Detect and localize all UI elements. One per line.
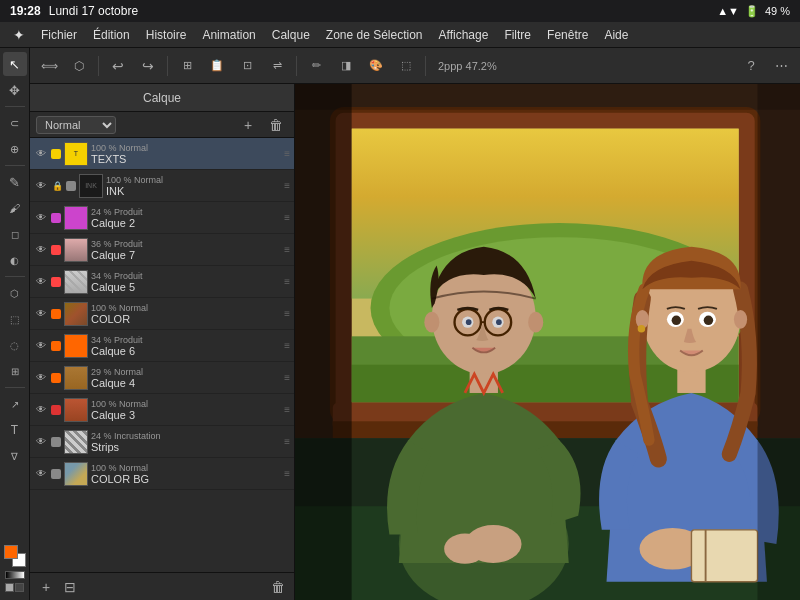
tool-select[interactable]: ↖: [3, 52, 27, 76]
layer-eye-icon[interactable]: 👁: [34, 371, 48, 385]
layer-menu-icon[interactable]: ≡: [284, 468, 290, 479]
tool-pen[interactable]: ✎: [3, 170, 27, 194]
layer-eye-icon[interactable]: 👁: [34, 211, 48, 225]
tool-gradient[interactable]: ↗: [3, 392, 27, 416]
add-layer-button[interactable]: +: [36, 577, 56, 597]
layer-eye-icon[interactable]: 👁: [34, 243, 48, 257]
layer-row[interactable]: 👁 34 % Produit Calque 6 ≡: [30, 330, 294, 362]
tool-ellipse[interactable]: ◌: [3, 333, 27, 357]
layer-menu-icon[interactable]: ≡: [284, 244, 290, 255]
gray-swatch[interactable]: [5, 583, 14, 592]
layer-row[interactable]: 👁 34 % Produit Calque 5 ≡: [30, 266, 294, 298]
tool-divider-2: [5, 165, 25, 166]
tool-crop[interactable]: ⊕: [3, 137, 27, 161]
redo-button[interactable]: ↪: [135, 53, 161, 79]
layer-thumbnail: [64, 462, 88, 486]
tool-move[interactable]: ✥: [3, 78, 27, 102]
copy-button[interactable]: ⊞: [174, 53, 200, 79]
layer-name: Calque 2: [91, 217, 281, 229]
layer-row[interactable]: 👁 T 100 % Normal TEXTS ≡: [30, 138, 294, 170]
layer-menu-icon[interactable]: ≡: [284, 404, 290, 415]
shape-tool[interactable]: ⬚: [393, 53, 419, 79]
tool-text[interactable]: T: [3, 418, 27, 442]
layer-row[interactable]: 👁 100 % Normal COLOR ≡: [30, 298, 294, 330]
layer-menu-icon[interactable]: ≡: [284, 372, 290, 383]
layer-name: Calque 3: [91, 409, 281, 421]
menu-affichage[interactable]: Affichage: [432, 26, 496, 44]
layer-menu-icon[interactable]: ≡: [284, 180, 290, 191]
layer-info: 100 % Normal TEXTS: [91, 143, 281, 165]
layer-info: 29 % Normal Calque 4: [91, 367, 281, 389]
foreground-color-swatch[interactable]: [4, 545, 18, 559]
fill-button[interactable]: ◨: [333, 53, 359, 79]
delete-layer-button[interactable]: 🗑: [268, 577, 288, 597]
layer-eye-icon[interactable]: 👁: [34, 147, 48, 161]
paste-button[interactable]: 📋: [204, 53, 230, 79]
gradient-swatch[interactable]: [5, 571, 25, 579]
layer-color-indicator: [51, 373, 61, 383]
tool-fill[interactable]: ◐: [3, 248, 27, 272]
canvas-area[interactable]: [295, 84, 800, 600]
layer-row[interactable]: 👁 29 % Normal Calque 4 ≡: [30, 362, 294, 394]
layer-eye-icon[interactable]: 👁: [34, 179, 48, 193]
tool-shape[interactable]: ⬡: [3, 281, 27, 305]
dark-swatch[interactable]: [15, 583, 24, 592]
more-options[interactable]: ⋯: [768, 53, 794, 79]
tool-grid[interactable]: ⊞: [3, 359, 27, 383]
tool-stamp[interactable]: ∇: [3, 444, 27, 468]
menu-filtre[interactable]: Filtre: [497, 26, 538, 44]
help-button[interactable]: ?: [738, 53, 764, 79]
flip-button[interactable]: ⇌: [264, 53, 290, 79]
layer-row[interactable]: 👁 24 % Incrustation Strips ≡: [30, 426, 294, 458]
layer-mode-pct: 29 % Normal: [91, 367, 281, 377]
layer-eye-icon[interactable]: 👁: [34, 467, 48, 481]
layer-info: 36 % Produit Calque 7: [91, 239, 281, 261]
menu-fenetre[interactable]: Fenêtre: [540, 26, 595, 44]
layer-menu-icon[interactable]: ≡: [284, 276, 290, 287]
layer-mode-pct: 24 % Produit: [91, 207, 281, 217]
layer-eye-icon[interactable]: 👁: [34, 435, 48, 449]
layer-add-button[interactable]: +: [236, 113, 260, 137]
layer-color-indicator: [51, 277, 61, 287]
layer-lock-icon[interactable]: 🔒: [51, 180, 63, 192]
layer-menu-icon[interactable]: ≡: [284, 436, 290, 447]
menu-selection[interactable]: Zone de Sélection: [319, 26, 430, 44]
stroke-button[interactable]: ✏: [303, 53, 329, 79]
layer-menu-icon[interactable]: ≡: [284, 340, 290, 351]
layer-menu-icon[interactable]: ≡: [284, 148, 290, 159]
layer-menu-icon[interactable]: ≡: [284, 308, 290, 319]
layer-row[interactable]: 👁 24 % Produit Calque 2 ≡: [30, 202, 294, 234]
menu-aide[interactable]: Aide: [597, 26, 635, 44]
layer-row[interactable]: 👁 100 % Normal COLOR BG ≡: [30, 458, 294, 490]
tool-symmetry[interactable]: ⟺: [36, 53, 62, 79]
layer-row[interactable]: 👁 36 % Produit Calque 7 ≡: [30, 234, 294, 266]
layer-color-indicator: [66, 181, 76, 191]
layer-delete-button[interactable]: 🗑: [264, 113, 288, 137]
layer-name: COLOR BG: [91, 473, 281, 485]
layer-info: 24 % Incrustation Strips: [91, 431, 281, 453]
tool-rect[interactable]: ⬚: [3, 307, 27, 331]
group-layers-button[interactable]: ⊟: [60, 577, 80, 597]
tool-lasso[interactable]: ⊂: [3, 111, 27, 135]
tool-eraser[interactable]: ◻: [3, 222, 27, 246]
layer-eye-icon[interactable]: 👁: [34, 339, 48, 353]
tool-brush[interactable]: 🖌: [3, 196, 27, 220]
menu-animation[interactable]: Animation: [195, 26, 262, 44]
battery-level: 49 %: [765, 5, 790, 17]
blend-mode-select[interactable]: Normal Produit Incrustation: [36, 116, 116, 134]
arrange-button[interactable]: ⊡: [234, 53, 260, 79]
undo-button[interactable]: ↩: [105, 53, 131, 79]
layer-eye-icon[interactable]: 👁: [34, 307, 48, 321]
menu-calque[interactable]: Calque: [265, 26, 317, 44]
layer-eye-icon[interactable]: 👁: [34, 403, 48, 417]
menu-edition[interactable]: Édition: [86, 26, 137, 44]
menu-histoire[interactable]: Histoire: [139, 26, 194, 44]
layer-eye-icon[interactable]: 👁: [34, 275, 48, 289]
tool-transform[interactable]: ⬡: [66, 53, 92, 79]
layer-row[interactable]: 👁 100 % Normal Calque 3 ≡: [30, 394, 294, 426]
layer-menu-icon[interactable]: ≡: [284, 212, 290, 223]
color-button[interactable]: 🎨: [363, 53, 389, 79]
layer-row[interactable]: 👁 🔒 INK 100 % Normal INK ≡: [30, 170, 294, 202]
date: Lundi 17 octobre: [49, 4, 138, 18]
menu-fichier[interactable]: Fichier: [34, 26, 84, 44]
